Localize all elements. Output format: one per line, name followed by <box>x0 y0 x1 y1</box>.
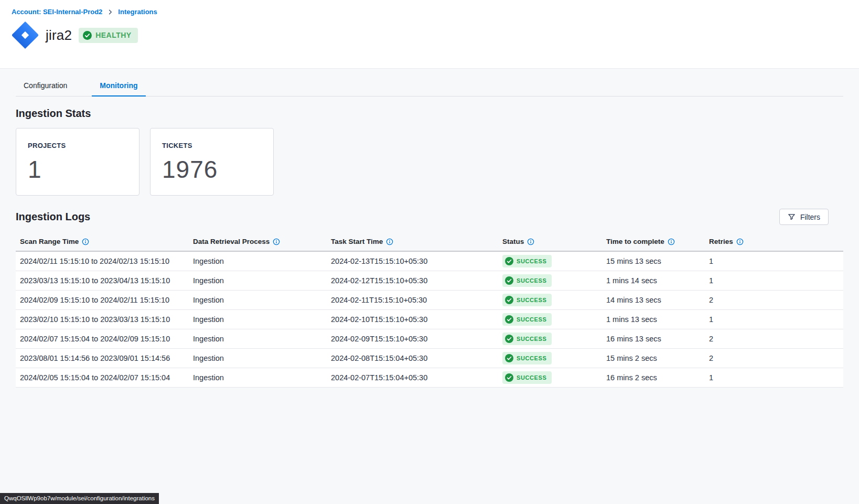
process-cell: Ingestion <box>189 296 327 304</box>
scan-range-cell: 2024/02/09 15:15:10 to 2024/02/11 15:15:… <box>16 296 189 304</box>
tab-monitoring[interactable]: Monitoring <box>92 76 145 96</box>
check-circle-icon <box>83 31 92 40</box>
status-cell: SUCCESS <box>498 371 602 384</box>
time-to-complete-cell: 15 mins 2 secs <box>602 354 705 362</box>
process-cell: Ingestion <box>189 276 327 285</box>
scan-range-cell: 2024/02/11 15:15:10 to 2024/02/13 15:15:… <box>16 257 189 265</box>
process-cell: Ingestion <box>189 257 327 265</box>
column-header-scan-range-time: Scan Range Time <box>16 231 189 251</box>
integration-title-row: jira2 HEALTHY <box>12 22 846 49</box>
table-row[interactable]: 2023/02/10 15:15:10 to 2023/03/13 15:15:… <box>16 310 843 329</box>
info-icon[interactable] <box>527 238 534 245</box>
breadcrumb: Account: SEI-Internal-Prod2 Integrations <box>12 8 846 16</box>
task-start-cell: 2024-02-09T15:15:10+05:30 <box>327 335 498 343</box>
ingestion-stats-heading: Ingestion Stats <box>16 108 843 120</box>
retries-cell: 1 <box>705 373 843 382</box>
table-row[interactable]: 2023/03/13 15:15:10 to 2023/04/13 15:15:… <box>16 271 843 291</box>
ingestion-logs-table-header: Scan Range Time Data Retrieval Process T… <box>16 231 843 252</box>
status-badge-label: SUCCESS <box>517 336 546 342</box>
tab-bar: Configuration Monitoring <box>16 69 843 96</box>
check-circle-icon <box>505 296 513 304</box>
status-cell: SUCCESS <box>498 313 602 326</box>
status-badge-label: SUCCESS <box>517 297 546 303</box>
process-cell: Ingestion <box>189 335 327 343</box>
scan-range-cell: 2024/02/07 15:15:04 to 2024/02/09 15:15:… <box>16 335 189 343</box>
retries-cell: 2 <box>705 354 843 362</box>
status-badge-label: SUCCESS <box>517 316 546 323</box>
info-icon[interactable] <box>386 238 393 245</box>
tickets-stat-card: TICKETS 1976 <box>150 128 274 196</box>
scan-range-cell: 2023/08/01 15:14:56 to 2023/09/01 15:14:… <box>16 354 189 362</box>
process-cell: Ingestion <box>189 373 327 382</box>
info-icon[interactable] <box>273 238 280 245</box>
ingestion-logs-header: Ingestion Logs Filters <box>16 209 843 225</box>
ingestion-logs-heading: Ingestion Logs <box>16 211 90 223</box>
check-circle-icon <box>505 315 513 324</box>
page-header: Account: SEI-Internal-Prod2 Integrations <box>0 0 859 69</box>
scan-range-cell: 2023/03/13 15:15:10 to 2023/04/13 15:15:… <box>16 276 189 285</box>
breadcrumb-integrations-link[interactable]: Integrations <box>118 8 157 16</box>
column-header-status: Status <box>498 231 602 251</box>
process-cell: Ingestion <box>189 354 327 362</box>
check-circle-icon <box>505 276 513 285</box>
check-circle-icon <box>505 373 513 382</box>
table-row[interactable]: 2024/02/05 15:15:04 to 2024/02/07 15:15:… <box>16 368 843 388</box>
health-status-label: HEALTHY <box>95 31 132 39</box>
health-status-badge: HEALTHY <box>79 28 138 43</box>
info-icon[interactable] <box>82 238 89 245</box>
status-badge-label: SUCCESS <box>517 277 546 284</box>
main-content: Configuration Monitoring Ingestion Stats… <box>0 69 859 504</box>
status-badge-label: SUCCESS <box>517 374 546 381</box>
projects-stat-card: PROJECTS 1 <box>16 128 139 196</box>
jira-logo-icon <box>12 22 39 49</box>
url-preview-tooltip: QwqOSllWp9ob7w/module/sei/configuration/… <box>0 493 159 504</box>
breadcrumb-account-link[interactable]: Account: SEI-Internal-Prod2 <box>12 8 102 16</box>
task-start-cell: 2024-02-07T15:15:04+05:30 <box>327 373 498 382</box>
info-icon[interactable] <box>736 238 744 245</box>
info-icon[interactable] <box>668 238 675 245</box>
check-circle-icon <box>505 354 513 362</box>
tab-configuration[interactable]: Configuration <box>16 76 75 96</box>
time-to-complete-cell: 1 mins 14 secs <box>602 276 705 285</box>
scan-range-cell: 2024/02/05 15:15:04 to 2024/02/07 15:15:… <box>16 373 189 382</box>
retries-cell: 1 <box>705 276 843 285</box>
filter-icon <box>788 213 796 221</box>
time-to-complete-cell: 16 mins 13 secs <box>602 335 705 343</box>
task-start-cell: 2024-02-08T15:15:04+05:30 <box>327 354 498 362</box>
task-start-cell: 2024-02-12T15:15:10+05:30 <box>327 276 498 285</box>
retries-cell: 2 <box>705 335 843 343</box>
filters-button[interactable]: Filters <box>779 209 829 225</box>
table-row[interactable]: 2024/02/09 15:15:10 to 2024/02/11 15:15:… <box>16 291 843 310</box>
retries-cell: 1 <box>705 257 843 265</box>
column-header-retries: Retries <box>705 231 843 251</box>
table-row[interactable]: 2023/08/01 15:14:56 to 2023/09/01 15:14:… <box>16 349 843 368</box>
status-badge: SUCCESS <box>502 274 552 287</box>
status-cell: SUCCESS <box>498 274 602 287</box>
task-start-cell: 2024-02-11T15:15:10+05:30 <box>327 296 498 304</box>
status-badge: SUCCESS <box>502 294 552 306</box>
process-cell: Ingestion <box>189 315 327 324</box>
filters-button-label: Filters <box>800 213 820 221</box>
integration-monitoring-page: Account: SEI-Internal-Prod2 Integrations <box>0 0 859 504</box>
status-badge-label: SUCCESS <box>517 258 546 264</box>
time-to-complete-cell: 16 mins 2 secs <box>602 373 705 382</box>
check-circle-icon <box>505 335 513 343</box>
status-cell: SUCCESS <box>498 333 602 345</box>
table-row[interactable]: 2024/02/11 15:15:10 to 2024/02/13 15:15:… <box>16 252 843 271</box>
time-to-complete-cell: 14 mins 13 secs <box>602 296 705 304</box>
ingestion-stats-cards: PROJECTS 1 TICKETS 1976 <box>16 128 843 196</box>
status-badge: SUCCESS <box>502 313 552 326</box>
tickets-label: TICKETS <box>162 142 264 149</box>
check-circle-icon <box>505 257 513 265</box>
retries-cell: 1 <box>705 315 843 324</box>
status-badge-label: SUCCESS <box>517 355 546 361</box>
status-badge: SUCCESS <box>502 352 552 364</box>
status-badge: SUCCESS <box>502 255 552 267</box>
tickets-value: 1976 <box>162 155 264 184</box>
status-badge: SUCCESS <box>502 371 552 384</box>
status-cell: SUCCESS <box>498 255 602 267</box>
ingestion-logs-table: Scan Range Time Data Retrieval Process T… <box>16 231 843 388</box>
task-start-cell: 2024-02-13T15:15:10+05:30 <box>327 257 498 265</box>
table-row[interactable]: 2024/02/07 15:15:04 to 2024/02/09 15:15:… <box>16 329 843 349</box>
scan-range-cell: 2023/02/10 15:15:10 to 2023/03/13 15:15:… <box>16 315 189 324</box>
